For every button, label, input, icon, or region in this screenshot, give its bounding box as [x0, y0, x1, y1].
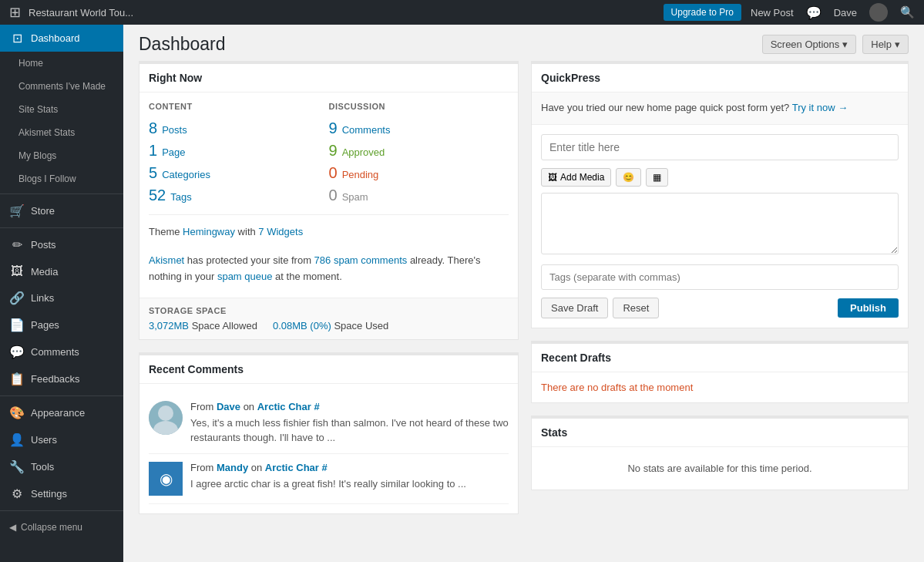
site-name[interactable]: Restaurant World Tou...	[29, 7, 664, 19]
user-label[interactable]: Dave	[834, 7, 857, 19]
pending-count: 0	[329, 164, 338, 182]
quickpress-tags-input[interactable]	[541, 264, 899, 290]
comment-author-1[interactable]: Dave	[217, 401, 240, 412]
comment-from-label-2: From	[190, 462, 217, 473]
smiley-icon: 😊	[623, 172, 634, 183]
appearance-icon: 🎨	[9, 406, 25, 420]
pending-link[interactable]: Pending	[342, 169, 379, 180]
smiley-button[interactable]: 😊	[616, 168, 641, 187]
screen-options-button[interactable]: Screen Options ▾	[762, 35, 857, 54]
sidebar-item-dashboard[interactable]: ⊡ Dashboard	[0, 25, 123, 52]
comment-item-1: From Dave on Arctic Char # Yes, it's a m…	[149, 393, 509, 454]
sidebar-item-my-blogs[interactable]: My Blogs	[0, 144, 123, 167]
widgets-link[interactable]: 7 Widgets	[258, 226, 303, 237]
comment-from-1: From Dave on Arctic Char #	[190, 401, 509, 412]
table-button[interactable]: ▦	[646, 168, 668, 187]
theme-text: Theme	[149, 226, 183, 237]
pages-link[interactable]: Page	[162, 146, 185, 158]
sidebar-item-feedbacks[interactable]: 📋 Feedbacks	[0, 365, 123, 392]
quickpress-title-input[interactable]	[541, 134, 899, 160]
comment-avatar-2: ◉	[149, 462, 183, 496]
collapse-menu-button[interactable]: ◀ Collapse menu	[0, 514, 123, 540]
search-icon[interactable]: 🔍	[900, 5, 915, 19]
no-stats-text: No stats are available for this time per…	[532, 447, 908, 490]
comment-post-link-2[interactable]: Arctic Char #	[265, 462, 328, 473]
notifications-icon[interactable]: 💬	[806, 5, 822, 20]
sidebar-comments-label: Comments	[31, 346, 79, 358]
sidebar-posts-label: Posts	[31, 239, 56, 251]
categories-link[interactable]: Categories	[162, 169, 210, 180]
add-media-icon: 🖼	[548, 172, 557, 183]
save-draft-button[interactable]: Save Draft	[541, 298, 608, 318]
pending-stat: 0 Pending	[329, 162, 509, 184]
right-now-discussion-col: DISCUSSION 9 Comments 9 Approved	[329, 102, 509, 207]
sidebar-links-label: Links	[31, 292, 54, 304]
spam-link[interactable]: Spam	[342, 191, 368, 203]
sidebar-home-label: Home	[18, 58, 43, 69]
column-left: Right Now CONTENT 8 Posts 1	[139, 61, 519, 514]
reset-button[interactable]: Reset	[613, 298, 659, 318]
sidebar-item-media[interactable]: 🖼 Media	[0, 258, 123, 284]
quickpress-promo-link[interactable]: Try it now →	[792, 102, 848, 113]
comment-from-label-1: From	[190, 401, 217, 412]
quickpress-widget: QuickPress Have you tried our new home p…	[531, 61, 909, 328]
tools-icon: 🔧	[9, 459, 25, 474]
sidebar-item-appearance[interactable]: 🎨 Appearance	[0, 399, 123, 426]
recent-drafts-widget: Recent Drafts There are no drafts at the…	[531, 341, 909, 403]
comment-text-2: I agree arctic char is a great fish! It'…	[190, 476, 509, 492]
akismet-text-2: has protected your site from	[184, 254, 314, 266]
spam-comments-link[interactable]: 786 spam comments	[314, 254, 408, 266]
sidebar-item-tools[interactable]: 🔧 Tools	[0, 453, 123, 480]
sidebar-settings-label: Settings	[31, 488, 67, 500]
comment-post-link-1[interactable]: Arctic Char #	[257, 401, 320, 412]
content-col-label: CONTENT	[149, 102, 329, 117]
sidebar-item-akismet-stats[interactable]: Akismet Stats	[0, 121, 123, 144]
sidebar-pages-label: Pages	[31, 319, 59, 331]
quickpress-content-input[interactable]	[541, 193, 899, 254]
wp-logo-icon: ⊞	[9, 4, 21, 21]
right-now-widget: Right Now CONTENT 8 Posts 1	[139, 61, 519, 340]
tags-link[interactable]: Tags	[170, 191, 191, 203]
upgrade-to-pro-button[interactable]: Upgrade to Pro	[664, 4, 741, 21]
spam-queue-link[interactable]: spam queue	[217, 271, 273, 282]
comment-item-2: ◉ From Mandy on Arctic Char # I agree ar…	[149, 454, 509, 504]
sidebar-item-posts[interactable]: ✏ Posts	[0, 231, 123, 258]
pages-count: 1	[149, 142, 157, 160]
comment-on-label-2: on	[248, 462, 265, 473]
add-media-label: Add Media	[560, 172, 604, 183]
sidebar-item-comments-made[interactable]: Comments I've Made	[0, 75, 123, 98]
sidebar-item-comments[interactable]: 💬 Comments	[0, 338, 123, 365]
akismet-link[interactable]: Akismet	[149, 254, 184, 266]
sidebar-item-links[interactable]: 🔗 Links	[0, 284, 123, 311]
discussion-col-label: DISCUSSION	[329, 102, 509, 117]
posts-link[interactable]: Posts	[162, 124, 187, 136]
sidebar-appearance-label: Appearance	[31, 407, 85, 419]
sidebar-item-home[interactable]: Home	[0, 52, 123, 75]
sidebar-item-blogs-i-follow[interactable]: Blogs I Follow	[0, 167, 123, 190]
help-button[interactable]: Help ▾	[862, 35, 909, 54]
pages-icon: 📄	[9, 318, 25, 332]
add-media-button[interactable]: 🖼 Add Media	[541, 168, 611, 187]
comments-link[interactable]: Comments	[342, 124, 391, 136]
storage-label: STORAGE SPACE	[149, 306, 509, 315]
sidebar-item-pages[interactable]: 📄 Pages	[0, 311, 123, 338]
publish-button[interactable]: Publish	[838, 298, 899, 318]
recent-drafts-title: Recent Drafts	[532, 344, 908, 372]
media-icon: 🖼	[9, 264, 25, 278]
sidebar-item-settings[interactable]: ⚙ Settings	[0, 480, 123, 507]
sidebar-item-store[interactable]: 🛒 Store	[0, 197, 123, 224]
comments-stat: 9 Comments	[329, 117, 509, 140]
comment-author-2[interactable]: Mandy	[217, 462, 248, 473]
sidebar-item-users[interactable]: 👤 Users	[0, 426, 123, 453]
theme-name-link[interactable]: Hemingway	[183, 226, 235, 237]
space-allowed-value: 3,072MB	[149, 320, 189, 331]
quickpress-actions-left: Save Draft Reset	[541, 298, 659, 318]
spam-count: 0	[329, 187, 338, 204]
new-post-link[interactable]: New Post	[751, 7, 794, 19]
approved-link[interactable]: Approved	[342, 146, 385, 158]
sidebar-item-site-stats[interactable]: Site Stats	[0, 98, 123, 121]
help-chevron-icon: ▾	[895, 39, 900, 50]
comments-count: 9	[329, 119, 338, 137]
sidebar-submenu-dashboard: Home Comments I've Made Site Stats Akism…	[0, 52, 123, 190]
posts-stat: 8 Posts	[149, 117, 329, 140]
